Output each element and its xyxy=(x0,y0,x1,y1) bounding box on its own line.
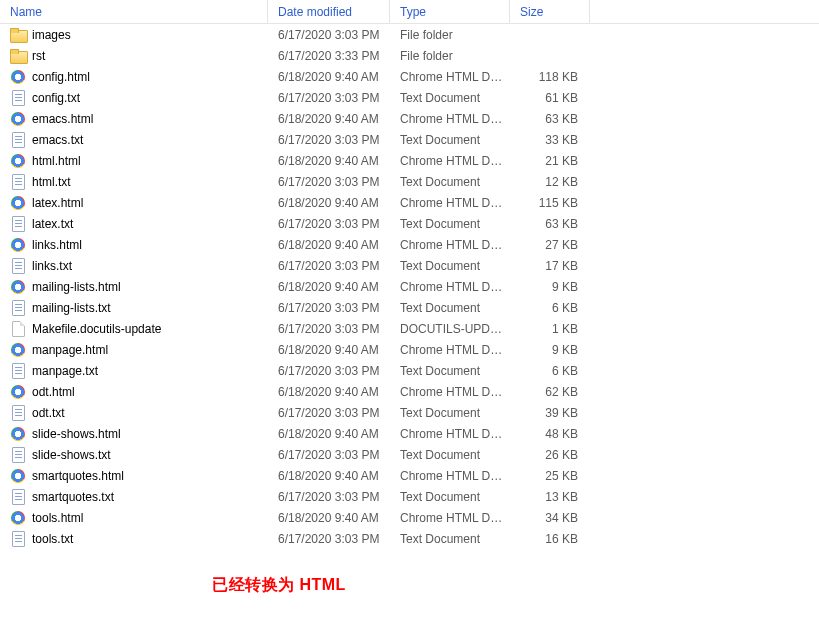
file-row[interactable]: mailing-lists.txt6/17/2020 3:03 PMText D… xyxy=(0,297,819,318)
file-row[interactable]: smartquotes.html6/18/2020 9:40 AMChrome … xyxy=(0,465,819,486)
file-date-cell: 6/18/2020 9:40 AM xyxy=(268,427,390,441)
file-type-cell: Text Document xyxy=(390,91,510,105)
file-type-cell: Chrome HTML Do… xyxy=(390,280,510,294)
chrome-html-icon xyxy=(10,153,26,169)
file-row[interactable]: emacs.txt6/17/2020 3:03 PMText Document3… xyxy=(0,129,819,150)
text-document-icon xyxy=(10,132,26,148)
file-size-cell: 118 KB xyxy=(510,70,590,84)
file-row[interactable]: links.html6/18/2020 9:40 AMChrome HTML D… xyxy=(0,234,819,255)
file-size-cell: 26 KB xyxy=(510,448,590,462)
file-name-label: odt.html xyxy=(32,385,75,399)
file-row[interactable]: emacs.html6/18/2020 9:40 AMChrome HTML D… xyxy=(0,108,819,129)
file-date-cell: 6/17/2020 3:03 PM xyxy=(268,91,390,105)
file-date-cell: 6/18/2020 9:40 AM xyxy=(268,469,390,483)
file-size-cell: 62 KB xyxy=(510,385,590,399)
text-document-icon xyxy=(10,258,26,274)
file-date-cell: 6/17/2020 3:03 PM xyxy=(268,364,390,378)
file-row[interactable]: manpage.txt6/17/2020 3:03 PMText Documen… xyxy=(0,360,819,381)
file-row[interactable]: tools.html6/18/2020 9:40 AMChrome HTML D… xyxy=(0,507,819,528)
file-row[interactable]: mailing-lists.html6/18/2020 9:40 AMChrom… xyxy=(0,276,819,297)
file-size-cell: 33 KB xyxy=(510,133,590,147)
file-name-label: manpage.html xyxy=(32,343,108,357)
file-name-label: tools.txt xyxy=(32,532,73,546)
file-name-cell: emacs.html xyxy=(0,111,268,127)
file-date-cell: 6/17/2020 3:03 PM xyxy=(268,490,390,504)
file-name-label: tools.html xyxy=(32,511,83,525)
column-header-name[interactable]: Name xyxy=(0,0,268,23)
chrome-html-icon xyxy=(10,279,26,295)
file-row[interactable]: odt.html6/18/2020 9:40 AMChrome HTML Do…… xyxy=(0,381,819,402)
file-name-label: config.txt xyxy=(32,91,80,105)
file-row[interactable]: Makefile.docutils-update6/17/2020 3:03 P… xyxy=(0,318,819,339)
file-type-cell: Text Document xyxy=(390,364,510,378)
file-date-cell: 6/18/2020 9:40 AM xyxy=(268,238,390,252)
file-row[interactable]: latex.txt6/17/2020 3:03 PMText Document6… xyxy=(0,213,819,234)
file-row[interactable]: slide-shows.txt6/17/2020 3:03 PMText Doc… xyxy=(0,444,819,465)
file-name-label: smartquotes.txt xyxy=(32,490,114,504)
file-name-cell: smartquotes.html xyxy=(0,468,268,484)
chrome-html-icon xyxy=(10,426,26,442)
file-row[interactable]: links.txt6/17/2020 3:03 PMText Document1… xyxy=(0,255,819,276)
file-row[interactable]: slide-shows.html6/18/2020 9:40 AMChrome … xyxy=(0,423,819,444)
file-row[interactable]: html.html6/18/2020 9:40 AMChrome HTML Do… xyxy=(0,150,819,171)
file-row[interactable]: config.txt6/17/2020 3:03 PMText Document… xyxy=(0,87,819,108)
file-type-cell: Chrome HTML Do… xyxy=(390,70,510,84)
chrome-html-icon xyxy=(10,237,26,253)
file-date-cell: 6/17/2020 3:03 PM xyxy=(268,133,390,147)
file-size-cell: 12 KB xyxy=(510,175,590,189)
file-date-cell: 6/18/2020 9:40 AM xyxy=(268,154,390,168)
file-size-cell: 9 KB xyxy=(510,343,590,357)
text-document-icon xyxy=(10,531,26,547)
file-date-cell: 6/18/2020 9:40 AM xyxy=(268,511,390,525)
column-header-size[interactable]: Size xyxy=(510,0,590,23)
file-type-cell: DOCUTILS-UPDAT… xyxy=(390,322,510,336)
column-header-date-modified[interactable]: Date modified xyxy=(268,0,390,23)
file-date-cell: 6/17/2020 3:03 PM xyxy=(268,217,390,231)
file-row[interactable]: smartquotes.txt6/17/2020 3:03 PMText Doc… xyxy=(0,486,819,507)
file-type-cell: Chrome HTML Do… xyxy=(390,154,510,168)
file-name-cell: slide-shows.txt xyxy=(0,447,268,463)
chrome-html-icon xyxy=(10,384,26,400)
chrome-html-icon xyxy=(10,342,26,358)
file-name-label: slide-shows.html xyxy=(32,427,121,441)
file-date-cell: 6/17/2020 3:03 PM xyxy=(268,532,390,546)
file-type-cell: Chrome HTML Do… xyxy=(390,343,510,357)
text-document-icon xyxy=(10,90,26,106)
file-type-cell: Chrome HTML Do… xyxy=(390,112,510,126)
file-type-cell: Chrome HTML Do… xyxy=(390,238,510,252)
file-type-cell: Text Document xyxy=(390,532,510,546)
file-row[interactable]: images6/17/2020 3:03 PMFile folder xyxy=(0,24,819,45)
file-row[interactable]: tools.txt6/17/2020 3:03 PMText Document1… xyxy=(0,528,819,549)
file-size-cell: 1 KB xyxy=(510,322,590,336)
chrome-html-icon xyxy=(10,195,26,211)
file-name-label: latex.txt xyxy=(32,217,73,231)
file-size-cell: 34 KB xyxy=(510,511,590,525)
file-name-cell: latex.txt xyxy=(0,216,268,232)
file-row[interactable]: rst6/17/2020 3:33 PMFile folder xyxy=(0,45,819,66)
file-name-label: smartquotes.html xyxy=(32,469,124,483)
file-name-cell: images xyxy=(0,27,268,43)
file-row[interactable]: manpage.html6/18/2020 9:40 AMChrome HTML… xyxy=(0,339,819,360)
file-row[interactable]: odt.txt6/17/2020 3:03 PMText Document39 … xyxy=(0,402,819,423)
file-type-cell: Text Document xyxy=(390,448,510,462)
file-name-label: html.txt xyxy=(32,175,71,189)
file-type-cell: Text Document xyxy=(390,259,510,273)
chrome-html-icon xyxy=(10,69,26,85)
file-name-cell: emacs.txt xyxy=(0,132,268,148)
file-date-cell: 6/17/2020 3:33 PM xyxy=(268,49,390,63)
text-document-icon xyxy=(10,447,26,463)
file-type-cell: Chrome HTML Do… xyxy=(390,385,510,399)
column-header-type[interactable]: Type xyxy=(390,0,510,23)
file-name-cell: mailing-lists.html xyxy=(0,279,268,295)
file-type-cell: Chrome HTML Do… xyxy=(390,469,510,483)
file-size-cell: 63 KB xyxy=(510,112,590,126)
file-row[interactable]: config.html6/18/2020 9:40 AMChrome HTML … xyxy=(0,66,819,87)
file-size-cell: 6 KB xyxy=(510,301,590,315)
file-name-cell: links.html xyxy=(0,237,268,253)
file-row[interactable]: latex.html6/18/2020 9:40 AMChrome HTML D… xyxy=(0,192,819,213)
file-row[interactable]: html.txt6/17/2020 3:03 PMText Document12… xyxy=(0,171,819,192)
file-name-label: html.html xyxy=(32,154,81,168)
text-document-icon xyxy=(10,216,26,232)
column-header-row: Name Date modified Type Size xyxy=(0,0,819,24)
file-size-cell: 16 KB xyxy=(510,532,590,546)
